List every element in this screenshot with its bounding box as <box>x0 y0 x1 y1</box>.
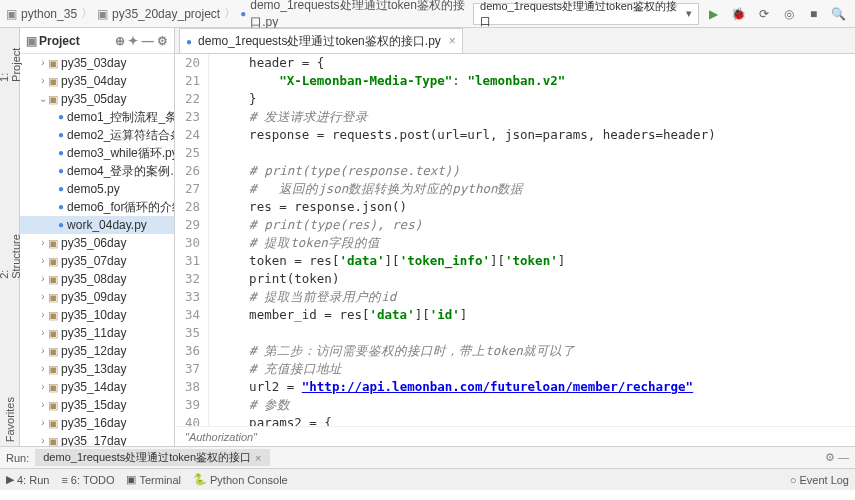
project-icon: ▣ <box>26 34 37 48</box>
breadcrumb-p2[interactable]: demo_1requests处理通过token鉴权的接口.py <box>250 0 473 31</box>
tree-file[interactable]: ●demo1_控制流程_条件判断 <box>20 108 174 126</box>
breadcrumb-p1[interactable]: py35_20day_project <box>112 7 220 21</box>
sidebar-tab-structure[interactable]: 2: Structure <box>0 226 24 283</box>
python-file-icon: ● <box>240 8 246 19</box>
line-gutter: 2021222324252627282930313233343536373839… <box>175 54 209 426</box>
settings-icon[interactable]: ⚙ — <box>825 451 849 464</box>
project-panel: ▣ Project ⊕ ✦ — ⚙ ›▣py35_03day ›▣py35_04… <box>20 28 175 446</box>
structure-crumb: "Authorization" <box>175 426 855 446</box>
tree-dir[interactable]: ›▣py35_06day <box>20 234 174 252</box>
tool-todo[interactable]: ≡ 6: TODO <box>61 473 114 486</box>
project-panel-title: Project <box>39 34 80 48</box>
tree-dir[interactable]: ›▣py35_14day <box>20 378 174 396</box>
tree-dir[interactable]: ›▣py35_07day <box>20 252 174 270</box>
tree-file[interactable]: ●demo4_登录的案例.py <box>20 162 174 180</box>
search-button[interactable]: 🔍 <box>828 3 849 25</box>
tool-terminal[interactable]: ▣ Terminal <box>126 473 181 486</box>
folder-icon: ▣ <box>97 7 108 21</box>
folder-icon: ▣ <box>6 7 17 21</box>
tree-dir[interactable]: ›▣py35_13day <box>20 360 174 378</box>
run-panel-header: Run: demo_1requests处理通过token鉴权的接口 × ⚙ — <box>0 446 855 468</box>
tool-python-console[interactable]: 🐍 Python Console <box>193 473 288 486</box>
tree-dir[interactable]: ›▣py35_03day <box>20 54 174 72</box>
tree-dir[interactable]: ›▣py35_11day <box>20 324 174 342</box>
tree-file[interactable]: ●demo5.py <box>20 180 174 198</box>
tree-dir[interactable]: ›▣py35_15day <box>20 396 174 414</box>
tree-file-selected[interactable]: ●work_04day.py <box>20 216 174 234</box>
breadcrumb: ▣ python_35 〉 ▣ py35_20day_project 〉 ● d… <box>6 0 473 31</box>
sidebar-tab-favorites[interactable]: Favorites <box>2 393 18 446</box>
run-configuration-select[interactable]: demo_1requests处理通过token鉴权的接口 <box>473 3 699 25</box>
tree-file[interactable]: ●demo2_运算符结合条件判断 <box>20 126 174 144</box>
tree-dir[interactable]: ›▣py35_12day <box>20 342 174 360</box>
close-icon[interactable]: × <box>449 34 456 48</box>
tree-dir[interactable]: ›▣py35_16day <box>20 414 174 432</box>
editor-tab[interactable]: ● demo_1requests处理通过token鉴权的接口.py × <box>179 28 463 53</box>
editor-tabbar: ● demo_1requests处理通过token鉴权的接口.py × <box>175 28 855 54</box>
tree-file[interactable]: ●demo3_while循环.py <box>20 144 174 162</box>
breadcrumb-p0[interactable]: python_35 <box>21 7 77 21</box>
run-tab[interactable]: demo_1requests处理通过token鉴权的接口 × <box>35 449 269 466</box>
coverage-button[interactable]: ⟳ <box>753 3 774 25</box>
tree-dir[interactable]: ›▣py35_10day <box>20 306 174 324</box>
run-button[interactable]: ▶ <box>703 3 724 25</box>
debug-button[interactable]: 🐞 <box>728 3 749 25</box>
profile-button[interactable]: ◎ <box>778 3 799 25</box>
tree-file[interactable]: ●demo6_for循环的介绍.py <box>20 198 174 216</box>
run-label: Run: <box>6 452 29 464</box>
tree-dir[interactable]: ›▣py35_17day <box>20 432 174 446</box>
close-icon[interactable]: × <box>255 452 261 464</box>
tool-run[interactable]: ▶ 4: Run <box>6 473 49 486</box>
stop-button[interactable]: ■ <box>803 3 824 25</box>
tree-dir[interactable]: ›▣py35_09day <box>20 288 174 306</box>
python-file-icon: ● <box>186 36 192 47</box>
tree-dir[interactable]: ›▣py35_04day <box>20 72 174 90</box>
code-editor[interactable]: 2021222324252627282930313233343536373839… <box>175 54 855 426</box>
sidebar-tab-project[interactable]: 1: Project <box>0 38 24 86</box>
left-tool-strip: 1: Project 2: Structure Favorites <box>0 28 20 446</box>
tree-dir[interactable]: ⌄▣py35_05day <box>20 90 174 108</box>
event-log[interactable]: ○ Event Log <box>790 474 849 486</box>
tree-dir[interactable]: ›▣py35_08day <box>20 270 174 288</box>
